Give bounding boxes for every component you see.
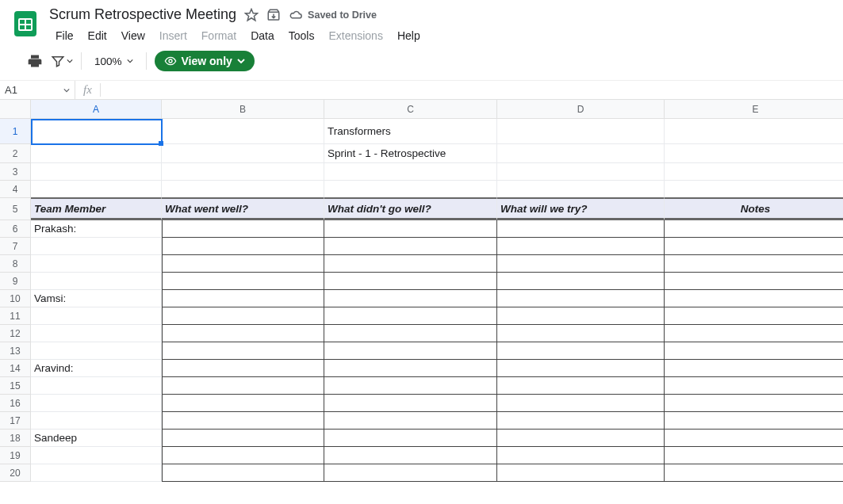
cell[interactable] (497, 395, 665, 412)
cell[interactable] (665, 181, 843, 198)
cell[interactable] (162, 395, 324, 412)
cell[interactable] (497, 342, 665, 360)
cell[interactable] (162, 377, 324, 395)
cell[interactable] (665, 220, 843, 238)
cell[interactable] (665, 360, 843, 377)
cell[interactable] (497, 163, 665, 181)
cell[interactable] (31, 163, 162, 181)
cell[interactable] (665, 119, 843, 144)
cell[interactable] (324, 412, 497, 430)
menu-edit[interactable]: Edit (82, 26, 113, 45)
row-header[interactable]: 4 (0, 181, 31, 198)
row-header[interactable]: 9 (0, 273, 31, 290)
doc-title[interactable]: Scrum Retrospective Meeting (49, 6, 236, 23)
cell[interactable] (162, 220, 324, 238)
select-all-corner[interactable] (0, 100, 31, 119)
cell[interactable] (497, 181, 665, 198)
cell[interactable] (162, 447, 324, 464)
cell[interactable] (31, 307, 162, 325)
cell[interactable] (162, 430, 324, 447)
row-header[interactable]: 2 (0, 144, 31, 163)
cell[interactable] (31, 119, 162, 144)
filter-icon[interactable] (51, 50, 73, 72)
cell[interactable] (665, 290, 843, 307)
cell[interactable]: Team Member (31, 198, 162, 220)
save-status[interactable]: Saved to Drive (289, 8, 377, 22)
spreadsheet-grid[interactable]: ABCDE 1234567891011121314151617181920 Tr… (0, 100, 843, 504)
cell[interactable] (324, 238, 497, 255)
cell[interactable] (665, 412, 843, 430)
cell[interactable] (324, 430, 497, 447)
cell[interactable] (497, 238, 665, 255)
menu-help[interactable]: Help (391, 26, 427, 45)
cell[interactable]: Sprint - 1 - Retrospective (324, 144, 497, 163)
cell[interactable] (497, 377, 665, 395)
cell[interactable] (324, 395, 497, 412)
cell[interactable] (31, 412, 162, 430)
row-header[interactable]: 20 (0, 464, 31, 482)
cell[interactable] (324, 290, 497, 307)
cell[interactable] (324, 447, 497, 464)
cell[interactable]: Transformers (324, 119, 497, 144)
cell[interactable] (162, 119, 324, 144)
column-header[interactable]: E (665, 100, 843, 119)
cell[interactable] (497, 255, 665, 273)
cell[interactable] (497, 360, 665, 377)
cell[interactable] (162, 181, 324, 198)
cell[interactable] (162, 255, 324, 273)
cell[interactable] (497, 144, 665, 163)
cell[interactable] (324, 325, 497, 342)
cell[interactable]: Aravind: (31, 360, 162, 377)
cell[interactable] (162, 325, 324, 342)
cell[interactable] (324, 342, 497, 360)
cell[interactable] (162, 238, 324, 255)
cell[interactable] (665, 395, 843, 412)
row-header[interactable]: 16 (0, 395, 31, 412)
cell[interactable] (31, 144, 162, 163)
cell[interactable] (324, 273, 497, 290)
cell[interactable] (31, 395, 162, 412)
cell[interactable] (31, 255, 162, 273)
cell[interactable] (665, 238, 843, 255)
cell[interactable]: Vamsi: (31, 290, 162, 307)
cell[interactable]: What didn't go well? (324, 198, 497, 220)
cell[interactable]: Prakash: (31, 220, 162, 238)
cell[interactable] (31, 377, 162, 395)
cell[interactable] (497, 464, 665, 482)
cell[interactable] (162, 360, 324, 377)
cell[interactable] (665, 430, 843, 447)
cell[interactable] (324, 307, 497, 325)
row-header[interactable]: 10 (0, 290, 31, 307)
cell[interactable] (162, 273, 324, 290)
column-header[interactable]: A (31, 100, 162, 119)
view-only-pill[interactable]: View only (155, 51, 255, 71)
sheets-logo[interactable] (10, 8, 41, 40)
star-icon[interactable] (244, 8, 259, 22)
cell[interactable] (497, 273, 665, 290)
cell[interactable] (497, 325, 665, 342)
row-header[interactable]: 17 (0, 412, 31, 430)
row-header[interactable]: 14 (0, 360, 31, 377)
cell[interactable] (497, 220, 665, 238)
cell[interactable] (665, 342, 843, 360)
cell[interactable] (162, 464, 324, 482)
row-header[interactable]: 1 (0, 119, 31, 144)
menu-tools[interactable]: Tools (282, 26, 321, 45)
cell[interactable] (497, 290, 665, 307)
print-icon[interactable] (24, 50, 46, 72)
cell[interactable] (31, 464, 162, 482)
cell[interactable] (497, 412, 665, 430)
cell[interactable] (162, 163, 324, 181)
cell[interactable] (162, 342, 324, 360)
cell[interactable] (665, 273, 843, 290)
column-header[interactable]: B (162, 100, 324, 119)
cell[interactable] (162, 144, 324, 163)
row-header[interactable]: 11 (0, 307, 31, 325)
cell[interactable] (324, 464, 497, 482)
menu-file[interactable]: File (49, 26, 80, 45)
cell[interactable] (324, 220, 497, 238)
cell[interactable]: Sandeep (31, 430, 162, 447)
cell[interactable] (31, 273, 162, 290)
menu-view[interactable]: View (115, 26, 151, 45)
cell[interactable] (497, 307, 665, 325)
